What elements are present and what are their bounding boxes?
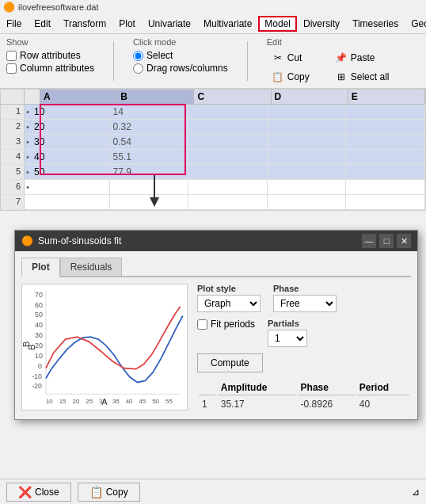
cell-5-c[interactable] bbox=[188, 165, 268, 179]
cell-4-d[interactable] bbox=[268, 150, 347, 164]
svg-text:45: 45 bbox=[139, 398, 146, 405]
cell-7-a[interactable] bbox=[31, 195, 110, 209]
table-row[interactable]: 3 • 30 0.54 bbox=[1, 135, 425, 150]
cell-2-a[interactable]: 20 bbox=[31, 120, 110, 134]
cell-1-b[interactable]: 14 bbox=[110, 105, 189, 119]
select-radio-input[interactable] bbox=[133, 51, 143, 61]
plot-style-select[interactable]: Graph Points Line bbox=[197, 295, 261, 312]
cell-3-a[interactable]: 30 bbox=[31, 135, 110, 149]
cell-4-c[interactable] bbox=[188, 150, 268, 164]
row-attributes-input[interactable] bbox=[6, 51, 17, 61]
results-col-amplitude: Amplitude bbox=[218, 380, 296, 395]
maximize-button[interactable]: □ bbox=[379, 234, 394, 248]
cell-4-b[interactable]: 55.1 bbox=[110, 150, 189, 164]
cell-7-c[interactable] bbox=[188, 195, 268, 209]
cell-3-c[interactable] bbox=[188, 135, 268, 149]
col-header-d[interactable]: D bbox=[272, 90, 348, 104]
cell-1-d[interactable] bbox=[268, 105, 347, 119]
cell-7-b[interactable] bbox=[110, 195, 189, 209]
results-col-phase: Phase bbox=[298, 380, 355, 395]
cell-3-b[interactable]: 0.54 bbox=[110, 135, 189, 149]
menu-geomet[interactable]: Geomet bbox=[405, 16, 426, 32]
select-all-button[interactable]: ⊞ Select all bbox=[330, 69, 394, 85]
bullet-3: • bbox=[25, 135, 31, 149]
col-header-c[interactable]: C bbox=[194, 90, 271, 104]
menu-model[interactable]: Model bbox=[258, 16, 297, 32]
results-row-1: 1 35.17 -0.8926 40 bbox=[199, 397, 409, 411]
controls-panel: Plot style Graph Points Line Phase Free … bbox=[197, 284, 411, 413]
menu-univariate[interactable]: Univariate bbox=[142, 16, 197, 32]
partials-select[interactable]: 1 2 3 bbox=[268, 330, 307, 347]
cell-4-a[interactable]: 40 bbox=[31, 150, 110, 164]
cell-2-e[interactable] bbox=[346, 120, 425, 134]
cell-5-a[interactable]: 50 bbox=[31, 165, 110, 179]
edit-col-right: 📌 Paste ⊞ Select all bbox=[330, 50, 394, 85]
spreadsheet-header: A B C D E bbox=[1, 90, 425, 105]
cell-4-e[interactable] bbox=[346, 150, 425, 164]
col-attributes-input[interactable] bbox=[6, 63, 17, 74]
menu-edit[interactable]: Edit bbox=[28, 16, 57, 32]
cell-2-d[interactable] bbox=[268, 120, 347, 134]
row-num-5: 5 bbox=[1, 165, 25, 179]
menu-plot[interactable]: Plot bbox=[112, 16, 142, 32]
cell-3-d[interactable] bbox=[268, 135, 347, 149]
cell-5-b[interactable]: 77.9 bbox=[110, 165, 189, 179]
fit-periods-cb[interactable]: Fit periods bbox=[197, 319, 255, 330]
table-row[interactable]: 2 • 20 0.32 bbox=[1, 120, 425, 135]
cut-button[interactable]: ✂ Cut bbox=[267, 50, 314, 66]
cell-6-c[interactable] bbox=[188, 180, 268, 194]
menu-transform[interactable]: Transform bbox=[57, 16, 112, 32]
drag-radio[interactable]: Drag rows/columns bbox=[133, 63, 228, 74]
bottom-copy-label: Copy bbox=[106, 487, 128, 498]
table-row[interactable]: 1 • 10 14 bbox=[1, 105, 425, 120]
menu-diversity[interactable]: Diversity bbox=[297, 16, 346, 32]
cell-2-c[interactable] bbox=[188, 120, 268, 134]
bullet-6: • bbox=[25, 180, 31, 194]
cell-6-a[interactable] bbox=[31, 180, 110, 194]
cell-7-d[interactable] bbox=[268, 195, 347, 209]
click-mode-label: Click mode bbox=[133, 37, 228, 47]
cell-6-e[interactable] bbox=[346, 180, 425, 194]
fit-periods-input[interactable] bbox=[197, 319, 207, 330]
cell-3-e[interactable] bbox=[346, 135, 425, 149]
drag-radio-input[interactable] bbox=[133, 63, 143, 74]
bottom-copy-button[interactable]: 📋 Copy bbox=[78, 483, 140, 502]
cell-6-d[interactable] bbox=[268, 180, 347, 194]
bottom-close-button[interactable]: ❌ Close bbox=[6, 483, 71, 502]
tab-residuals[interactable]: Residuals bbox=[60, 258, 123, 276]
table-row[interactable]: 4 • 40 55.1 bbox=[1, 150, 425, 165]
app-icon: 🟠 bbox=[3, 2, 15, 13]
minimize-button[interactable]: — bbox=[362, 234, 376, 248]
svg-text:30: 30 bbox=[35, 331, 43, 339]
cell-7-e[interactable] bbox=[346, 195, 425, 209]
cell-5-e[interactable] bbox=[346, 165, 425, 179]
menu-multivariate[interactable]: Multivariate bbox=[197, 16, 258, 32]
select-radio[interactable]: Select bbox=[133, 50, 228, 61]
cell-1-e[interactable] bbox=[346, 105, 425, 119]
paste-button[interactable]: 📌 Paste bbox=[330, 50, 394, 66]
close-button[interactable]: ✕ bbox=[397, 234, 411, 248]
edit-section: Edit ✂ Cut 📋 Copy 📌 Paste ⊞ S bbox=[267, 37, 394, 85]
table-row[interactable]: 6 • bbox=[1, 180, 425, 195]
phase-select[interactable]: Free Fixed bbox=[273, 295, 337, 312]
col-header-e[interactable]: E bbox=[348, 90, 425, 104]
col-header-b[interactable]: B bbox=[117, 90, 194, 104]
col-header-a[interactable]: A bbox=[40, 90, 117, 104]
table-row[interactable]: 7 bbox=[1, 195, 425, 210]
dialog-title-bar: 🟠 Sum-of-sinusoids fit — □ ✕ bbox=[15, 231, 417, 251]
cell-5-d[interactable] bbox=[268, 165, 347, 179]
col-attributes-cb[interactable]: Column attributes bbox=[6, 63, 94, 74]
menu-timeseries[interactable]: Timeseries bbox=[346, 16, 405, 32]
cell-2-b[interactable]: 0.32 bbox=[110, 120, 189, 134]
copy-button[interactable]: 📋 Copy bbox=[267, 69, 314, 85]
menu-file[interactable]: File bbox=[0, 16, 28, 32]
row-attributes-cb[interactable]: Row attributes bbox=[6, 50, 94, 61]
tab-plot[interactable]: Plot bbox=[21, 258, 60, 277]
title-bar: 🟠 ilovefreesoftware.dat bbox=[0, 0, 426, 14]
cell-1-c[interactable] bbox=[188, 105, 268, 119]
results-row-1-amplitude: 35.17 bbox=[218, 397, 296, 411]
cell-6-b[interactable] bbox=[110, 180, 189, 194]
table-row[interactable]: 5 • 50 77.9 bbox=[1, 165, 425, 180]
compute-button[interactable]: Compute bbox=[197, 353, 263, 372]
cell-1-a[interactable]: 10 bbox=[31, 105, 110, 119]
